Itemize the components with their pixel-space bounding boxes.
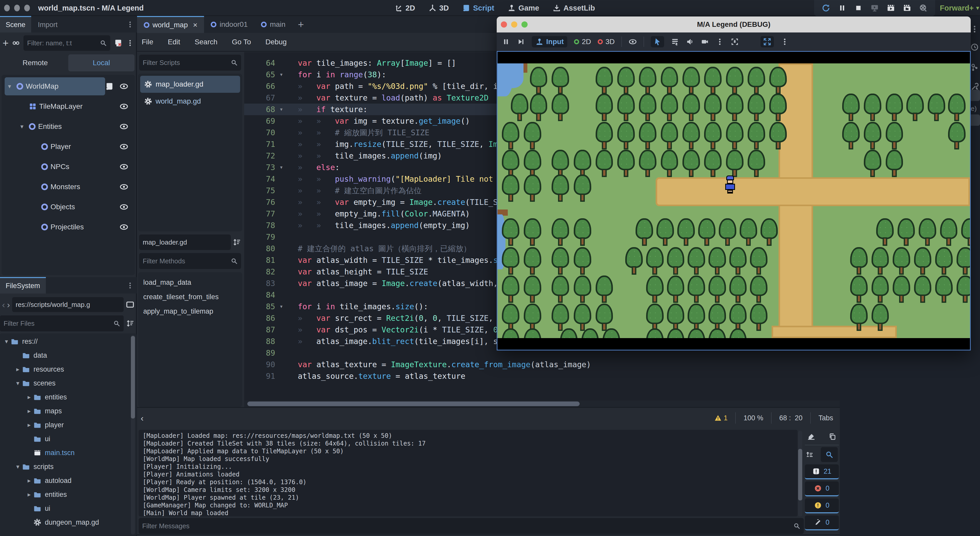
- menu-dots-icon[interactable]: [716, 38, 724, 46]
- toggle-local[interactable]: Local: [68, 54, 134, 72]
- fs-tree-item[interactable]: ▸ entities: [0, 488, 137, 501]
- fs-filter-input[interactable]: Filter Files: [0, 315, 124, 331]
- dock-menu-icon[interactable]: [126, 21, 134, 29]
- method-item[interactable]: load_map_data: [138, 275, 242, 289]
- script-name-field[interactable]: map_loader.gd: [139, 234, 231, 250]
- select-cursor-button[interactable]: [651, 36, 664, 48]
- fs-tree-item[interactable]: ▸ autoload: [0, 474, 137, 488]
- mode-game[interactable]: Game: [508, 4, 539, 13]
- eye-icon[interactable]: [119, 142, 128, 151]
- chevron-right-icon[interactable]: ▸: [25, 421, 33, 429]
- scene-tree-item-player[interactable]: Player: [2, 137, 135, 157]
- console-scrollbar[interactable]: [798, 449, 802, 501]
- scene-tree-menu-icon[interactable]: [126, 39, 134, 47]
- mode-assetlib[interactable]: AssetLib: [553, 4, 595, 13]
- clear-output-icon[interactable]: [807, 430, 815, 443]
- scene-tree-item-monsters[interactable]: Monsters: [2, 177, 135, 197]
- add-node-button[interactable]: +: [3, 38, 8, 48]
- fs-tree-item[interactable]: main.tscn: [0, 446, 137, 460]
- menu-go-to[interactable]: Go To: [232, 38, 251, 46]
- chevron-down-icon[interactable]: ▾: [5, 83, 14, 90]
- node-icon[interactable]: [970, 63, 979, 72]
- chevron-right-icon[interactable]: ▸: [25, 407, 33, 415]
- counter-pencil[interactable]: 0: [805, 515, 839, 530]
- nav-back-button[interactable]: ‹: [2, 300, 5, 310]
- audio-icon[interactable]: [686, 38, 694, 46]
- visibility-eye-icon[interactable]: [628, 38, 637, 46]
- fs-tree-item[interactable]: dungeon_map.gd: [0, 515, 137, 529]
- eye-icon[interactable]: [119, 162, 128, 171]
- script-icon[interactable]: [105, 82, 114, 91]
- fs-tree-item[interactable]: ▸ resources: [0, 362, 137, 376]
- counter-bangsq[interactable]: 21: [805, 464, 839, 479]
- scene-tab-main[interactable]: main: [254, 16, 292, 33]
- menu-edit[interactable]: Edit: [168, 38, 180, 46]
- chevron-down-icon[interactable]: ▾: [13, 463, 22, 470]
- collapse-panel-button[interactable]: ‹: [141, 413, 143, 423]
- movie-maker-icon[interactable]: [919, 3, 928, 13]
- remote-play-icon[interactable]: [870, 3, 879, 13]
- chevron-right-icon[interactable]: ▸: [25, 477, 33, 484]
- chevron-right-icon[interactable]: ▸: [25, 491, 33, 498]
- tab-filesystem[interactable]: FileSystem: [0, 277, 46, 294]
- renderer-selector[interactable]: Forward+▾: [940, 0, 979, 16]
- nav-forward-button[interactable]: ›: [7, 300, 10, 310]
- history-icon[interactable]: [970, 43, 979, 51]
- counter-err[interactable]: 0: [805, 481, 839, 496]
- mode-script[interactable]: Script: [462, 4, 494, 13]
- sort-methods-icon[interactable]: [233, 238, 241, 247]
- fs-tree-item[interactable]: ▸ maps: [0, 404, 137, 418]
- scene-tree-item-entities[interactable]: ▾ Entities: [2, 116, 135, 137]
- collapse-messages-icon[interactable]: [806, 451, 814, 458]
- scene-tree-item-objects[interactable]: Objects: [2, 197, 135, 217]
- fs-tree-item[interactable]: ▾ scripts: [0, 460, 137, 474]
- output-console[interactable]: [MapLoader] Loaded map: res://resources/…: [138, 430, 798, 517]
- warning-count[interactable]: 1: [714, 414, 727, 422]
- detach-script-icon[interactable]: [114, 39, 123, 48]
- eye-icon[interactable]: [119, 82, 128, 91]
- menu-dots-icon[interactable]: [781, 38, 789, 46]
- copy-output-icon[interactable]: [829, 430, 836, 443]
- next-frame-icon[interactable]: [517, 38, 525, 46]
- scene-filter-input[interactable]: Filter: name, t:t: [24, 35, 110, 51]
- eye-icon[interactable]: [119, 102, 128, 111]
- game-viewport[interactable]: [497, 51, 971, 350]
- scene-tree-item-tilemaplayer[interactable]: TileMapLayer: [2, 96, 135, 116]
- scene-tab-world_map[interactable]: world_map×: [137, 16, 204, 33]
- eye-icon[interactable]: [119, 223, 128, 231]
- indent-mode[interactable]: Tabs: [818, 414, 833, 422]
- script-item[interactable]: world_map.gd: [140, 93, 240, 110]
- script-item[interactable]: map_loader.gd: [140, 76, 240, 93]
- dock-menu-icon[interactable]: [970, 25, 979, 33]
- pause-game-icon[interactable]: [838, 3, 846, 13]
- method-item[interactable]: create_tileset_from_tiles: [138, 289, 242, 304]
- eye-icon[interactable]: [119, 202, 128, 211]
- stop-game-icon[interactable]: [854, 3, 863, 13]
- tools-icon[interactable]: [970, 82, 979, 91]
- tab-scene[interactable]: Scene: [0, 16, 31, 32]
- fs-tree-item[interactable]: ui: [0, 432, 137, 446]
- method-item[interactable]: apply_map_to_tilemap: [138, 304, 242, 318]
- play-scene-icon[interactable]: [886, 3, 895, 13]
- code-line[interactable]: 91atlas_source.texture = atlas_texture: [244, 370, 840, 382]
- mode-3d[interactable]: 3D: [428, 4, 449, 13]
- eye-icon[interactable]: [119, 183, 128, 191]
- menu-search[interactable]: Search: [194, 38, 218, 46]
- search-output-button[interactable]: [821, 447, 838, 462]
- fs-tree-item[interactable]: data: [0, 348, 137, 362]
- frame-focus-icon[interactable]: [730, 38, 739, 46]
- chevron-down-icon[interactable]: ▾: [18, 123, 26, 130]
- code-hscrollbar[interactable]: [247, 401, 580, 406]
- filter-messages-input[interactable]: Filter Messages: [138, 518, 804, 534]
- toggle-remote[interactable]: Remote: [2, 59, 68, 67]
- fs-dock-menu-icon[interactable]: [126, 282, 134, 289]
- scene-tree-item-worldmap[interactable]: ▾ WorldMap: [2, 76, 135, 96]
- fullscreen-button[interactable]: [760, 36, 774, 48]
- new-tab-button[interactable]: +: [292, 16, 309, 33]
- close-icon[interactable]: ×: [193, 21, 197, 29]
- chevron-down-icon[interactable]: ▾: [13, 380, 22, 387]
- eye-icon[interactable]: [119, 122, 128, 131]
- filter-methods-input[interactable]: Filter Methods: [139, 253, 241, 269]
- menu-file[interactable]: File: [142, 38, 153, 46]
- camera-2d-toggle[interactable]: 2D: [574, 38, 591, 46]
